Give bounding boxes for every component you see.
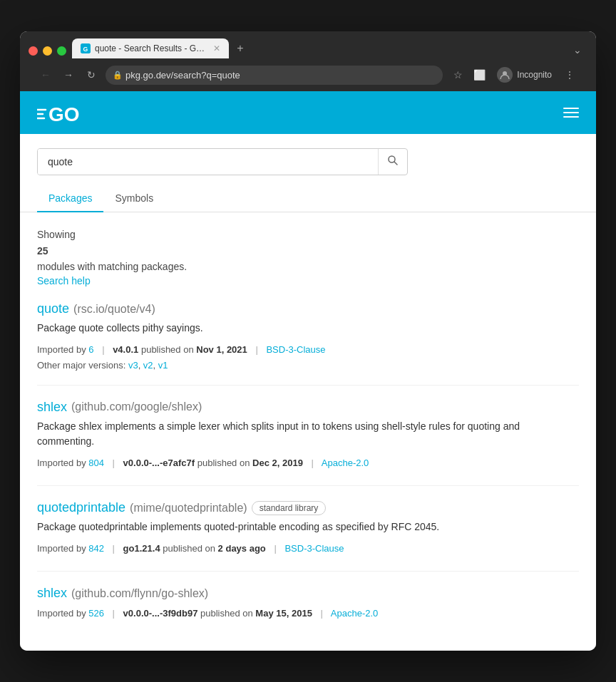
browser-window: G quote - Search Results - Go P... ✕ + ⌄… bbox=[20, 31, 596, 651]
tab-favicon-icon: G bbox=[81, 43, 91, 53]
license-link[interactable]: BSD-3-Clause bbox=[284, 543, 344, 554]
results-count: 25 bbox=[37, 243, 579, 259]
more-menu-button[interactable]: ⋮ bbox=[560, 66, 579, 84]
version: v0.0.0-...-e7afc7f bbox=[123, 458, 195, 468]
package-name-link[interactable]: shlex bbox=[37, 400, 67, 415]
minimize-button[interactable] bbox=[43, 46, 52, 56]
address-bar-wrapper: 🔒 bbox=[106, 66, 443, 85]
version-v3-link[interactable]: v3 bbox=[128, 360, 138, 371]
svg-text:GO: GO bbox=[48, 103, 80, 125]
results-summary: Showing 25 modules with matching package… bbox=[37, 227, 579, 274]
search-help-link[interactable]: Search help bbox=[37, 275, 91, 286]
incognito-face-icon bbox=[500, 70, 510, 80]
back-button[interactable]: ← bbox=[37, 66, 54, 83]
tab-overflow-button[interactable]: ⌄ bbox=[568, 41, 587, 58]
version-v2-link[interactable]: v2 bbox=[143, 360, 153, 371]
results-suffix: modules with matching packages. bbox=[37, 261, 187, 272]
package-path: (github.com/flynn/go-shlex) bbox=[71, 587, 208, 600]
package-title: quotedprintable (mime/quotedprintable) s… bbox=[37, 500, 579, 515]
package-meta: Imported by 526 | v0.0.0-...-3f9db97 pub… bbox=[37, 605, 579, 621]
imported-by-label: Imported by bbox=[37, 543, 88, 554]
address-bar: ← → ↻ 🔒 ☆ ⬜ Incognito bbox=[29, 58, 587, 91]
published-label: published on bbox=[200, 608, 255, 619]
go-header: GO bbox=[20, 91, 596, 134]
package-title: shlex (github.com/flynn/go-shlex) bbox=[37, 586, 579, 601]
package-name-link[interactable]: shlex bbox=[37, 586, 67, 601]
version-v1-link[interactable]: v1 bbox=[158, 360, 168, 371]
package-result: quotedprintable (mime/quotedprintable) s… bbox=[37, 486, 579, 572]
browser-chrome: G quote - Search Results - Go P... ✕ + ⌄… bbox=[20, 31, 596, 91]
package-name-link[interactable]: quote bbox=[37, 301, 69, 316]
package-name-link[interactable]: quotedprintable bbox=[37, 500, 125, 515]
go-logo-svg: GO bbox=[37, 100, 94, 125]
reload-button[interactable]: ↻ bbox=[83, 66, 100, 83]
package-meta: Imported by 804 | v0.0.0-...-e7afc7f pub… bbox=[37, 455, 579, 471]
toolbar-actions: ☆ ⬜ Incognito ⋮ bbox=[448, 64, 579, 86]
license-link[interactable]: Apache-2.0 bbox=[331, 608, 379, 619]
split-screen-button[interactable]: ⬜ bbox=[470, 66, 488, 84]
incognito-button[interactable]: Incognito bbox=[491, 64, 558, 86]
new-tab-button[interactable]: + bbox=[230, 38, 250, 58]
incognito-label: Incognito bbox=[517, 70, 552, 80]
hamburger-line bbox=[563, 112, 579, 113]
published-label: published on bbox=[163, 543, 217, 554]
package-description: Package quotedprintable implements quote… bbox=[37, 520, 579, 534]
version: go1.21.4 bbox=[123, 543, 160, 554]
standard-library-badge: standard library bbox=[252, 501, 327, 515]
imported-by-label: Imported by bbox=[37, 608, 88, 619]
package-path: (github.com/google/shlex) bbox=[71, 401, 202, 413]
published-label: published on bbox=[141, 344, 196, 355]
search-input[interactable] bbox=[38, 149, 378, 175]
published-date: Nov 1, 2021 bbox=[196, 344, 247, 355]
other-versions-label: Other major versions: bbox=[37, 360, 125, 371]
search-section: Packages Symbols bbox=[20, 134, 596, 212]
package-path: (mime/quotedprintable) bbox=[130, 502, 247, 515]
address-input[interactable] bbox=[106, 66, 443, 85]
svg-text:G: G bbox=[83, 46, 88, 53]
package-title: quote (rsc.io/quote/v4) bbox=[37, 301, 579, 316]
package-meta: Imported by 6 | v4.0.1 published on Nov … bbox=[37, 341, 579, 358]
search-button[interactable] bbox=[378, 149, 407, 175]
imported-by-count[interactable]: 6 bbox=[88, 344, 93, 355]
showing-label: Showing bbox=[37, 229, 76, 240]
search-icon bbox=[387, 155, 399, 166]
svg-line-8 bbox=[394, 162, 397, 165]
imported-by-count[interactable]: 804 bbox=[88, 458, 104, 468]
imported-by-count[interactable]: 842 bbox=[88, 543, 104, 554]
version: v4.0.1 bbox=[113, 344, 138, 355]
published-date: May 15, 2015 bbox=[255, 608, 312, 619]
maximize-button[interactable] bbox=[57, 46, 66, 56]
hamburger-line bbox=[563, 116, 579, 118]
tab-symbols[interactable]: Symbols bbox=[103, 187, 165, 212]
search-box bbox=[37, 148, 408, 175]
package-result: quote (rsc.io/quote/v4) Package quote co… bbox=[37, 287, 579, 385]
license-link[interactable]: BSD-3-Clause bbox=[266, 344, 325, 355]
forward-button[interactable]: → bbox=[60, 66, 77, 83]
hamburger-menu-button[interactable] bbox=[563, 108, 579, 118]
imported-by-count[interactable]: 526 bbox=[88, 608, 104, 619]
tab-title: quote - Search Results - Go P... bbox=[95, 43, 209, 53]
incognito-icon bbox=[497, 67, 513, 83]
published-date: Dec 2, 2019 bbox=[252, 458, 303, 468]
published-date: 2 days ago bbox=[218, 543, 266, 554]
package-path: (rsc.io/quote/v4) bbox=[73, 303, 155, 316]
lock-icon: 🔒 bbox=[113, 71, 123, 80]
page-tabs: Packages Symbols bbox=[37, 187, 579, 212]
close-button[interactable] bbox=[29, 46, 38, 56]
other-versions: Other major versions: v3, v2, v1 bbox=[37, 360, 579, 371]
go-logo: GO bbox=[37, 100, 94, 125]
package-meta: Imported by 842 | go1.21.4 published on … bbox=[37, 540, 579, 557]
license-link[interactable]: Apache-2.0 bbox=[322, 458, 369, 468]
tab-close-button[interactable]: ✕ bbox=[213, 43, 220, 53]
version: v0.0.0-...-3f9db97 bbox=[123, 608, 198, 619]
active-tab[interactable]: G quote - Search Results - Go P... ✕ bbox=[72, 38, 229, 58]
tab-packages[interactable]: Packages bbox=[37, 187, 103, 212]
imported-by-label: Imported by bbox=[37, 344, 88, 355]
imported-by-label: Imported by bbox=[37, 458, 88, 468]
bookmark-button[interactable]: ☆ bbox=[448, 66, 467, 84]
page-content: GO P bbox=[20, 91, 596, 651]
package-result: shlex (github.com/google/shlex) Package … bbox=[37, 386, 579, 486]
package-description: Package shlex implements a simple lexer … bbox=[37, 419, 579, 449]
package-title: shlex (github.com/google/shlex) bbox=[37, 400, 579, 415]
package-description: Package quote collects pithy sayings. bbox=[37, 321, 579, 336]
